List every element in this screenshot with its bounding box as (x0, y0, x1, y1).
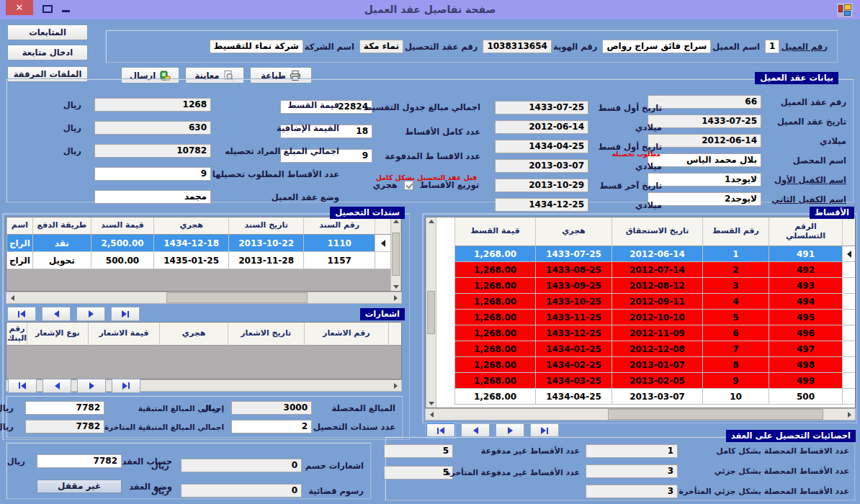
field-value-box[interactable]: 0 (181, 459, 302, 472)
row-selector-cell[interactable] (375, 235, 390, 252)
field-value-box[interactable]: 7782 (25, 401, 104, 415)
installment-row[interactable]: 49882013-01-071434-02-251,268.00 (436, 357, 855, 373)
field-value-box[interactable]: 7782 (25, 420, 104, 433)
column-header-no[interactable]: رقم الاشعار (304, 323, 389, 346)
column-header-hijri[interactable]: هجري (535, 217, 612, 246)
column-header-no[interactable]: رقم السند (303, 217, 375, 235)
scrollbar-thumb[interactable] (166, 292, 308, 303)
nav-last-button[interactable] (112, 379, 140, 393)
row-selector-cell[interactable] (842, 341, 855, 357)
scrollbar-thumb[interactable] (392, 233, 400, 276)
column-header-date[interactable]: تاريخ الاشعار (228, 323, 304, 346)
notices-h-scrollbar[interactable] (6, 379, 402, 392)
nav-next-button[interactable] (76, 307, 105, 321)
field-value-box[interactable]: 5 (384, 466, 453, 480)
scroll-left-button[interactable] (426, 409, 437, 420)
installments-h-scrollbar[interactable] (425, 408, 856, 420)
field-value-box[interactable]: 9 (94, 167, 211, 181)
nav-last-button[interactable] (111, 307, 140, 321)
v-scrollbar[interactable] (390, 217, 401, 291)
row-selector-cell[interactable] (842, 246, 855, 262)
add-followup-button[interactable]: ادخال متابعة (7, 45, 88, 60)
installment-row[interactable]: 500102013-03-071434-04-251,268.00 (436, 389, 855, 405)
field-value-box[interactable]: لايوجد2 (648, 192, 761, 206)
bonds-h-scrollbar[interactable] (6, 292, 402, 304)
field-value-box[interactable]: 1 (765, 40, 779, 53)
row-selector-cell[interactable] (842, 278, 855, 294)
scroll-up-button[interactable] (429, 220, 434, 223)
scrollbar-track[interactable] (18, 292, 390, 303)
field-value-box[interactable]: مجمد (94, 190, 211, 204)
bond-row[interactable]: 11102013-10-221434-12-182,500.00نقدالراج (6, 235, 390, 252)
column-header-hijri[interactable]: هجري (159, 323, 228, 346)
scroll-right-button[interactable] (390, 380, 401, 391)
v-scrollbar[interactable] (426, 217, 436, 408)
field-value-box[interactable]: 1038313654 (483, 40, 552, 53)
field-value-box[interactable]: 2013-03-07 (495, 159, 588, 173)
field-value-box[interactable]: 1434-04-25 (495, 140, 588, 153)
scroll-right-button[interactable] (843, 409, 855, 420)
bond-row[interactable]: 11572013-11-281435-01-25500.00تحويلالراج (6, 252, 390, 269)
field-value-box[interactable]: 2013-10-29 (495, 179, 588, 192)
field-value-box[interactable]: 10782 (94, 144, 211, 158)
column-header-method[interactable]: طريقة الدفع (32, 217, 91, 235)
field-value-box[interactable]: 1434-12-25 (495, 198, 588, 212)
scrollbar-thumb[interactable] (427, 291, 435, 334)
installment-row[interactable]: 49662012-11-091433-12-251,268.00 (436, 325, 855, 341)
hijri-checkbox[interactable] (404, 181, 413, 190)
scrollbar-track[interactable] (140, 380, 390, 391)
nav-prev-button[interactable] (42, 379, 71, 393)
followups-button[interactable]: المتابعات (7, 24, 88, 40)
column-header-date[interactable]: تاريخ السند (228, 217, 303, 235)
field-value-box[interactable]: 3 (586, 464, 678, 478)
row-selector-cell[interactable] (842, 357, 855, 373)
field-value-box[interactable]: لايوجد1 (648, 173, 761, 186)
column-header-serial[interactable]: الرقم التسلسلي (769, 217, 842, 246)
nav-first-button[interactable] (426, 423, 455, 438)
column-header-due[interactable]: تاريخ الاستحقاق (612, 217, 702, 246)
nav-first-button[interactable] (7, 307, 36, 321)
field-value-box[interactable]: 3 (586, 485, 678, 498)
row-selector-cell[interactable] (842, 294, 855, 310)
field-value-box[interactable]: 630 (94, 121, 211, 135)
scroll-down-button[interactable] (429, 402, 434, 405)
field-value-box[interactable]: 1433-07-25 (495, 101, 588, 114)
minimize-button[interactable] (62, 10, 70, 12)
row-selector-cell[interactable] (842, 389, 855, 405)
installment-row[interactable]: 49332012-08-121433-09-251,268.00 (436, 278, 855, 294)
field-value-box[interactable]: 1 (586, 444, 678, 458)
field-value-box[interactable]: 1433-07-25 (648, 114, 761, 128)
field-value-box[interactable]: 0 (181, 484, 302, 498)
installment-row[interactable]: 49772012-12-081434-01-251,268.00 (436, 341, 855, 357)
field-value-box[interactable]: 5 (384, 444, 453, 458)
field-value-box[interactable]: 1268 (94, 98, 211, 112)
nav-prev-button[interactable] (461, 423, 490, 438)
scroll-left-button[interactable] (6, 292, 18, 303)
column-header-amount[interactable]: قيمة السند (91, 217, 153, 235)
field-value-box[interactable]: 2012-06-14 (648, 134, 761, 148)
field-value-box[interactable]: شركة نماء للتقسيط (210, 40, 303, 53)
column-header-name[interactable]: اسم (6, 217, 32, 235)
close-button[interactable]: ✕ (6, 0, 33, 15)
column-header-amount[interactable]: قيمة الاشعار (88, 323, 160, 346)
scrollbar-thumb[interactable] (608, 409, 823, 420)
nav-next-button[interactable] (496, 423, 524, 438)
contract-status-button[interactable]: غير مقفل (37, 480, 122, 493)
field-value-box[interactable]: سراج فائق سراج رواص (602, 40, 711, 53)
field-value-box[interactable]: 66 (648, 95, 761, 109)
column-header-type[interactable]: نوع الإشعار (27, 323, 88, 346)
maximize-button[interactable] (42, 5, 53, 13)
column-header-amount[interactable]: قيمة القسط (454, 217, 535, 246)
nav-first-button[interactable] (8, 379, 37, 393)
row-selector-cell[interactable] (842, 310, 855, 325)
installment-row[interactable]: 49112012-06-141433-07-251,268.00 (436, 246, 855, 262)
nav-last-button[interactable] (530, 423, 559, 438)
field-value-box[interactable]: 2012-06-14 (495, 120, 588, 134)
row-selector-cell[interactable] (375, 252, 390, 269)
nav-next-button[interactable] (77, 379, 106, 393)
field-value-box[interactable]: بلال محمد الياس (648, 153, 761, 167)
column-header-no[interactable]: رقم القسط (702, 217, 769, 246)
row-selector-cell[interactable] (842, 373, 855, 389)
column-header-hijri[interactable]: هجري (153, 217, 228, 235)
installment-row[interactable]: 49222012-07-141433-08-251,268.00 (436, 262, 855, 278)
